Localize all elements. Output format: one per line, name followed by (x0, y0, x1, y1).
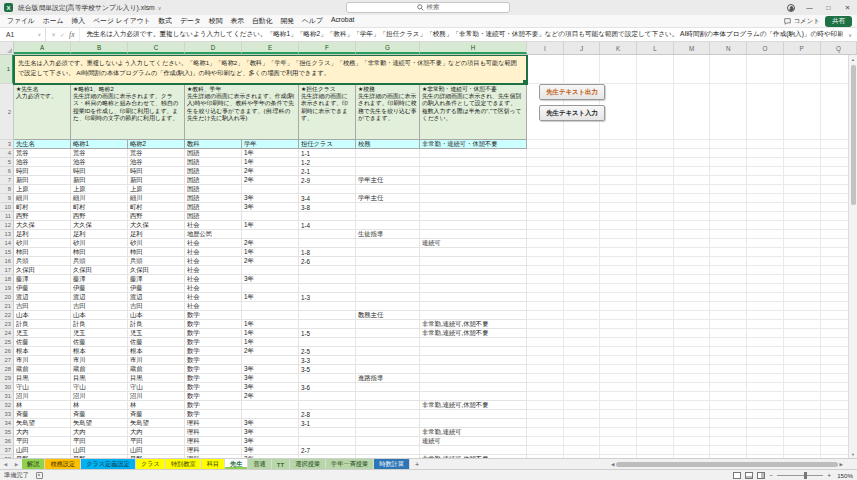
empty-cell[interactable] (747, 176, 784, 185)
table-cell[interactable] (420, 338, 527, 347)
empty-cell[interactable] (637, 158, 674, 167)
empty-cell[interactable] (564, 239, 601, 248)
table-cell[interactable]: 1年 (242, 248, 299, 257)
empty-cell[interactable] (564, 248, 601, 257)
table-cell[interactable] (420, 284, 527, 293)
table-cell[interactable]: 社会 (185, 302, 242, 311)
empty-cell[interactable] (637, 167, 674, 176)
table-cell[interactable] (299, 239, 356, 248)
empty-cell[interactable] (710, 428, 747, 437)
column-header[interactable]: K (600, 42, 637, 54)
table-header-cell[interactable]: 略称1 (71, 140, 128, 149)
name-box-dropdown-icon[interactable]: ∨ (38, 32, 41, 37)
table-cell[interactable]: 1年 (242, 221, 299, 230)
table-cell[interactable]: 2年 (242, 257, 299, 266)
empty-cell[interactable] (600, 374, 637, 383)
row-header[interactable]: 5 (0, 158, 14, 167)
table-cell[interactable]: 山田 (71, 446, 128, 455)
table-cell[interactable]: 数学 (185, 374, 242, 383)
table-cell[interactable]: 矢島望 (71, 419, 128, 428)
empty-cell[interactable] (710, 275, 747, 284)
empty-cell[interactable] (674, 437, 711, 446)
table-cell[interactable]: 3年 (242, 383, 299, 392)
empty-cell[interactable] (747, 84, 784, 140)
empty-cell[interactable] (747, 338, 784, 347)
menu-tab[interactable]: ファイル (3, 16, 39, 26)
empty-cell[interactable] (527, 338, 564, 347)
column-header[interactable]: P (784, 42, 821, 54)
table-cell[interactable]: 渡辺 (14, 293, 71, 302)
row-header[interactable]: 24 (0, 329, 14, 338)
empty-cell[interactable] (527, 266, 564, 275)
table-cell[interactable] (356, 293, 420, 302)
empty-cell[interactable] (710, 338, 747, 347)
table-cell[interactable]: 連続可 (420, 437, 527, 446)
row-header[interactable]: 22 (0, 311, 14, 320)
table-cell[interactable] (420, 311, 527, 320)
empty-cell[interactable] (784, 446, 821, 455)
table-cell[interactable] (356, 356, 420, 365)
empty-cell[interactable] (564, 338, 601, 347)
table-cell[interactable]: 平田 (14, 437, 71, 446)
table-cell[interactable]: 社会 (185, 275, 242, 284)
empty-cell[interactable] (784, 257, 821, 266)
row-header[interactable]: 32 (0, 401, 14, 410)
row-header[interactable]: 37 (0, 446, 14, 455)
empty-cell[interactable] (710, 84, 747, 140)
table-cell[interactable]: 池谷 (128, 158, 185, 167)
empty-cell[interactable] (747, 140, 784, 149)
empty-cell[interactable] (674, 176, 711, 185)
zoom-slider[interactable] (777, 475, 823, 476)
table-cell[interactable]: 2-8 (299, 410, 356, 419)
empty-cell[interactable] (747, 167, 784, 176)
table-cell[interactable]: 1年 (242, 149, 299, 158)
table-cell[interactable]: 砂川 (14, 239, 71, 248)
table-cell[interactable] (242, 266, 299, 275)
row-header[interactable]: 3 (0, 140, 14, 149)
empty-cell[interactable] (637, 55, 674, 84)
table-cell[interactable] (299, 374, 356, 383)
empty-cell[interactable] (637, 419, 674, 428)
empty-cell[interactable] (747, 203, 784, 212)
empty-cell[interactable] (527, 383, 564, 392)
table-cell[interactable]: 藤澤 (71, 275, 128, 284)
table-cell[interactable]: 計良 (14, 320, 71, 329)
empty-cell[interactable] (600, 320, 637, 329)
table-cell[interactable]: 1-3 (299, 293, 356, 302)
menu-tab[interactable]: 自動化 (248, 16, 276, 26)
empty-cell[interactable] (527, 149, 564, 158)
empty-cell[interactable] (637, 203, 674, 212)
empty-cell[interactable] (710, 176, 747, 185)
empty-cell[interactable] (600, 410, 637, 419)
empty-cell[interactable] (527, 212, 564, 221)
empty-cell[interactable] (637, 347, 674, 356)
empty-cell[interactable] (674, 140, 711, 149)
table-cell[interactable]: 数学 (185, 401, 242, 410)
row-header[interactable]: 11 (0, 212, 14, 221)
table-cell[interactable]: 久保田 (128, 266, 185, 275)
empty-cell[interactable] (784, 383, 821, 392)
empty-cell[interactable] (747, 158, 784, 167)
table-cell[interactable]: 上原 (14, 185, 71, 194)
table-cell[interactable] (356, 329, 420, 338)
table-cell[interactable]: 3年 (242, 419, 299, 428)
empty-cell[interactable] (747, 275, 784, 284)
empty-cell[interactable] (674, 266, 711, 275)
teacher-text-import-button[interactable]: 先生テキスト入力 (539, 105, 605, 121)
empty-cell[interactable] (784, 356, 821, 365)
empty-cell[interactable] (527, 158, 564, 167)
table-cell[interactable] (420, 194, 527, 203)
sheet-tab[interactable]: 解説 (22, 459, 45, 469)
empty-cell[interactable] (600, 275, 637, 284)
empty-cell[interactable] (747, 230, 784, 239)
table-cell[interactable]: 足利 (128, 230, 185, 239)
empty-cell[interactable] (600, 239, 637, 248)
empty-cell[interactable] (710, 374, 747, 383)
table-cell[interactable]: 非常勤,連続可 (420, 428, 527, 437)
empty-cell[interactable] (674, 410, 711, 419)
empty-cell[interactable] (600, 446, 637, 455)
empty-cell[interactable] (564, 428, 601, 437)
empty-cell[interactable] (747, 410, 784, 419)
empty-cell[interactable] (527, 176, 564, 185)
table-cell[interactable]: 学年主任 (356, 176, 420, 185)
